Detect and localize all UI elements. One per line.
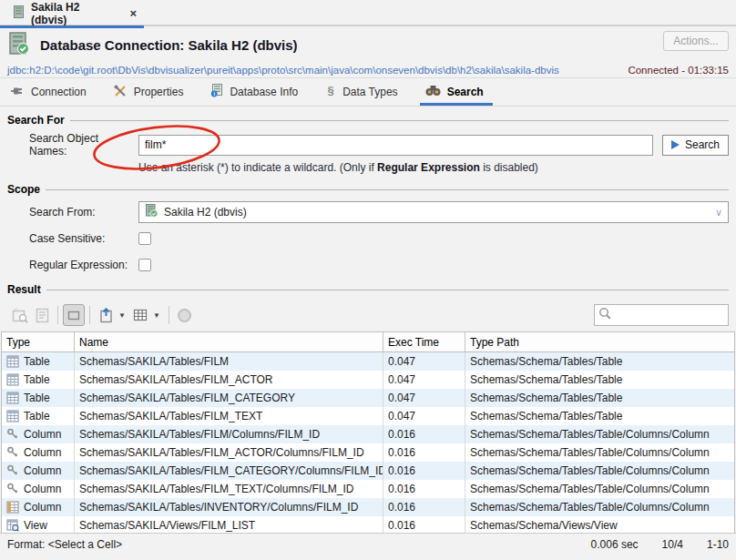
- toolbar-separator: [169, 306, 169, 324]
- search-from-value: Sakila H2 (dbvis): [164, 206, 247, 219]
- divider: [70, 120, 729, 121]
- column-header-name[interactable]: Name: [75, 332, 383, 351]
- cell-name: Schemas/SAKILA/Tables/FILM_CATEGORY: [75, 389, 383, 407]
- exec-time-value: 0.006 sec: [591, 538, 639, 551]
- range-value: 1-10: [707, 538, 729, 551]
- cell-type-path: Schemas/Schema/Tables/Table/Columns/Colu…: [465, 498, 734, 516]
- tab-search[interactable]: Search: [425, 78, 484, 106]
- search-for-title: Search For: [7, 114, 65, 127]
- page-title: Database Connection: Sakila H2 (dbvis): [40, 37, 298, 53]
- key-column-icon: [6, 464, 19, 477]
- describe-object-button[interactable]: [9, 304, 31, 326]
- cell-type-path: Schemas/Schema/Tables/Table: [465, 389, 734, 407]
- toolbar-separator: [89, 306, 90, 324]
- result-toolbar: ▼ ▼: [0, 301, 736, 329]
- cell-type: Column: [2, 498, 75, 516]
- actions-button[interactable]: Actions...: [663, 31, 729, 51]
- grid-dropdown-caret-icon[interactable]: ▼: [153, 311, 160, 320]
- cell-type: Column: [2, 425, 75, 443]
- cell-exec-time: 0.047: [383, 389, 465, 407]
- table-row[interactable]: TableSchemas/SAKILA/Tables/FILM_TEXT0.04…: [2, 407, 734, 425]
- status-bar: Format: <Select a Cell> 0.006 sec 10/4 1…: [0, 533, 736, 560]
- table-row[interactable]: ColumnSchemas/SAKILA/Tables/FILM/Columns…: [2, 425, 734, 443]
- cell-name: Schemas/SAKILA/Tables/FILM_TEXT: [75, 407, 383, 425]
- table-row[interactable]: ColumnSchemas/SAKILA/Tables/INVENTORY/Co…: [2, 498, 734, 516]
- svg-text:§: §: [328, 84, 334, 97]
- cell-name: Schemas/SAKILA/Tables/FILM_TEXT/Columns/…: [75, 480, 383, 498]
- column-header-exec-time[interactable]: Exec Time: [383, 332, 465, 351]
- search-icon: [598, 307, 612, 323]
- play-icon: [671, 140, 680, 149]
- result-filter-box[interactable]: [594, 304, 729, 326]
- table-icon: [6, 373, 19, 386]
- format-label: Format: <Select a Cell>: [7, 538, 122, 551]
- table-row[interactable]: ColumnSchemas/SAKILA/Tables/FILM_ACTOR/C…: [2, 443, 734, 462]
- search-object-names-label: Search Object Names:: [29, 132, 138, 158]
- cell-type: Column: [2, 443, 75, 462]
- cell-exec-time: 0.016: [383, 480, 465, 498]
- scope-title: Scope: [7, 183, 40, 196]
- connection-status: Connected - 01:33:15: [628, 65, 729, 76]
- cell-name: Schemas/SAKILA/Tables/FILM_ACTOR/Columns…: [75, 443, 383, 462]
- tab-connection[interactable]: Connection: [11, 78, 87, 106]
- close-icon[interactable]: ×: [129, 6, 137, 20]
- column-header-type[interactable]: Type: [2, 332, 75, 351]
- cell-type-path: Schemas/Schema/Views/View: [465, 516, 734, 535]
- table-row[interactable]: TableSchemas/SAKILA/Tables/FILM_CATEGORY…: [2, 389, 734, 407]
- cell-exec-time: 0.047: [383, 352, 465, 371]
- tab-properties[interactable]: Properties: [114, 78, 184, 106]
- cell-type: View: [2, 516, 75, 535]
- key-column-icon: [6, 483, 19, 495]
- view-icon: [6, 519, 19, 532]
- connection-tab[interactable]: Sakila H2 (dbvis) ×: [0, 0, 144, 26]
- tab-data-types[interactable]: § Data Types: [325, 78, 397, 106]
- script-object-button[interactable]: [31, 304, 53, 326]
- table-icon: [6, 410, 19, 423]
- search-button[interactable]: Search: [662, 135, 729, 156]
- connection-tab-label: Sakila H2 (dbvis): [31, 1, 118, 26]
- grid-options-button[interactable]: [129, 304, 151, 326]
- column-icon: [6, 501, 19, 514]
- result-title: Result: [7, 283, 41, 296]
- search-object-names-input[interactable]: [138, 135, 653, 156]
- cell-exec-time: 0.047: [383, 371, 465, 389]
- search-from-dropdown[interactable]: Sakila H2 (dbvis) ∨: [138, 201, 729, 223]
- cell-type-path: Schemas/Schema/Tables/Table/Columns/Colu…: [465, 462, 734, 480]
- table-row[interactable]: TableSchemas/SAKILA/Tables/FILM0.047Sche…: [2, 352, 734, 371]
- table-row[interactable]: ColumnSchemas/SAKILA/Tables/FILM_CATEGOR…: [2, 462, 734, 480]
- jdbc-url[interactable]: jdbc:h2:D:\code\git.root\DbVis\dbvisuali…: [7, 65, 559, 76]
- table-row[interactable]: ViewSchemas/SAKILA/Views/FILM_LIST0.016S…: [2, 516, 734, 535]
- dbvisualizer-window: Sakila H2 (dbvis) × Database Connection:…: [0, 0, 736, 560]
- db-info-icon: i: [210, 84, 223, 100]
- export-dropdown-caret-icon[interactable]: ▼: [118, 311, 126, 320]
- result-grid-body: TableSchemas/SAKILA/Tables/FILM0.047Sche…: [2, 352, 734, 535]
- cell-type: Column: [2, 480, 75, 498]
- chevron-down-icon: ∨: [715, 207, 722, 219]
- tab-database-info[interactable]: i Database Info: [210, 78, 298, 106]
- cell-name: Schemas/SAKILA/Tables/INVENTORY/Columns/…: [75, 498, 383, 516]
- cell-type: Table: [2, 407, 75, 425]
- table-row[interactable]: TableSchemas/SAKILA/Tables/FILM_ACTOR0.0…: [2, 371, 734, 389]
- cell-type-path: Schemas/Schema/Tables/Table/Columns/Colu…: [465, 443, 734, 462]
- key-column-icon: [6, 428, 19, 441]
- table-icon: [6, 392, 19, 404]
- stop-button[interactable]: [174, 304, 196, 326]
- table-row[interactable]: ColumnSchemas/SAKILA/Tables/FILM_TEXT/Co…: [2, 480, 734, 498]
- grid-view-toggle-button[interactable]: [63, 304, 85, 326]
- regular-expression-checkbox[interactable]: [138, 259, 151, 271]
- result-grid-header: Type Name Exec Time Type Path: [2, 332, 734, 352]
- export-button[interactable]: [95, 304, 117, 326]
- document-tabstrip: Sakila H2 (dbvis) ×: [0, 0, 736, 26]
- column-header-type-path[interactable]: Type Path: [465, 332, 734, 351]
- tab-connection-label: Connection: [31, 86, 87, 98]
- tab-data-types-label: Data Types: [342, 86, 397, 98]
- database-connected-icon: [145, 204, 158, 220]
- divider: [46, 189, 729, 190]
- result-filter-input[interactable]: [616, 309, 724, 321]
- connection-header: Database Connection: Sakila H2 (dbvis) A…: [0, 26, 736, 78]
- cell-type-path: Schemas/Schema/Tables/Table: [465, 352, 734, 371]
- tools-icon: [114, 85, 128, 100]
- case-sensitive-checkbox[interactable]: [138, 232, 151, 245]
- cell-type: Table: [2, 389, 75, 407]
- search-button-label: Search: [685, 138, 720, 151]
